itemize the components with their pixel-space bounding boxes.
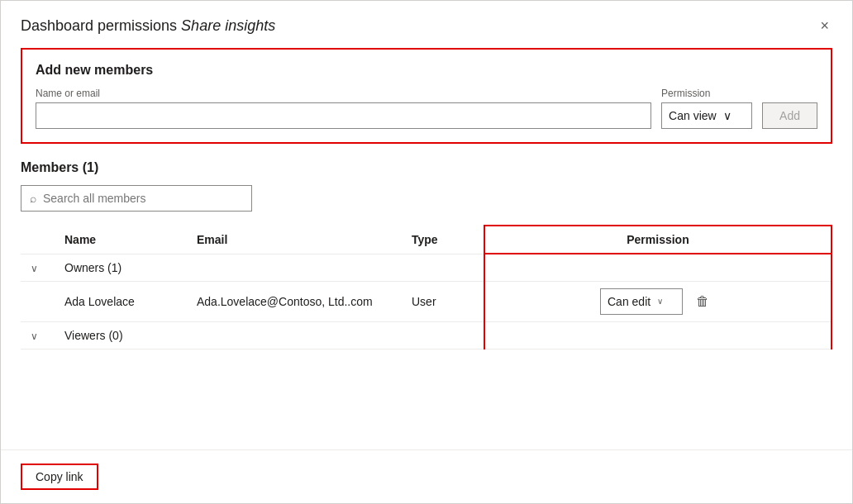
ada-type: User	[402, 281, 484, 321]
ada-expand-cell	[21, 281, 55, 321]
name-email-label: Name or email	[36, 88, 651, 99]
ada-delete-button[interactable]: 🗑	[689, 291, 716, 312]
dialog: Dashboard permissions Share insights × A…	[0, 0, 853, 504]
copy-link-button[interactable]: Copy link	[21, 464, 98, 490]
ada-permission-value: Can edit	[608, 295, 650, 308]
ada-permission-cell: Can edit ∨ 🗑	[484, 281, 832, 321]
members-table: Name Email Type Permission ∨ Owners (1)	[21, 225, 832, 349]
members-section: Members (1) ⌕ Name Email Type Permission	[21, 160, 832, 349]
owners-group-label: Owners (1)	[55, 254, 484, 281]
viewers-group-row: ∨ Viewers (0)	[21, 321, 832, 349]
name-email-group: Name or email	[36, 88, 651, 129]
owners-permission-empty	[484, 254, 832, 281]
dialog-header: Dashboard permissions Share insights ×	[1, 1, 852, 48]
close-icon: ×	[820, 17, 829, 35]
viewers-permission-empty	[484, 321, 832, 349]
ada-email: Ada.Lovelace@Contoso, Ltd..com	[187, 281, 402, 321]
dialog-title: Dashboard permissions Share insights	[21, 17, 275, 35]
permission-col-header: Permission	[484, 226, 832, 254]
search-input[interactable]	[43, 192, 243, 205]
permission-dropdown[interactable]: Can view ∨	[661, 102, 752, 129]
owners-expand-icon[interactable]: ∨	[31, 263, 38, 274]
name-email-input[interactable]	[36, 102, 651, 129]
add-members-form: Name or email Permission Can view ∨ Add	[36, 88, 817, 129]
ada-permission-actions: Can edit ∨ 🗑	[495, 288, 821, 315]
delete-icon: 🗑	[696, 294, 709, 308]
members-title: Members (1)	[21, 160, 832, 175]
owners-group-row: ∨ Owners (1)	[21, 254, 832, 281]
table-header-row: Name Email Type Permission	[21, 226, 832, 254]
chevron-down-icon: ∨	[723, 109, 731, 122]
type-col-header: Type	[402, 226, 484, 254]
ada-permission-dropdown[interactable]: Can edit ∨	[600, 288, 683, 315]
close-button[interactable]: ×	[817, 14, 832, 38]
search-box[interactable]: ⌕	[21, 185, 252, 212]
search-icon: ⌕	[30, 192, 36, 205]
email-col-header: Email	[187, 226, 402, 254]
owners-expand-cell: ∨	[21, 254, 55, 281]
dialog-footer: Copy link	[1, 449, 852, 503]
permission-label: Permission	[661, 88, 752, 99]
add-members-section: Add new members Name or email Permission…	[21, 48, 832, 144]
ada-chevron-icon: ∨	[657, 297, 663, 306]
name-col-header: Name	[55, 226, 187, 254]
ada-name: Ada Lovelace	[55, 281, 187, 321]
viewers-expand-icon[interactable]: ∨	[31, 330, 38, 342]
table-row: Ada Lovelace Ada.Lovelace@Contoso, Ltd..…	[21, 281, 832, 321]
add-members-title: Add new members	[36, 63, 817, 78]
add-button[interactable]: Add	[762, 102, 817, 129]
permission-group: Permission Can view ∨	[661, 88, 752, 129]
expand-col-header	[21, 226, 55, 254]
viewers-expand-cell: ∨	[21, 321, 55, 349]
permission-dropdown-value: Can view	[669, 109, 717, 122]
dialog-body: Add new members Name or email Permission…	[1, 48, 852, 449]
viewers-group-label: Viewers (0)	[55, 321, 484, 349]
